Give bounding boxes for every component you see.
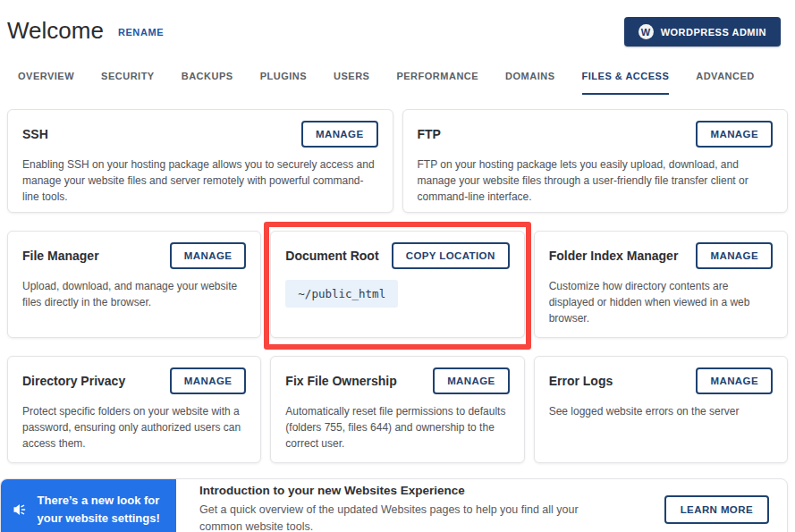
card-description-folder-index-manager: Customize how directory contents are dis… <box>549 278 773 326</box>
card-title-ssh: SSH <box>22 127 48 141</box>
copy-location-button[interactable]: COPY LOCATION <box>392 242 510 269</box>
tab-files-and-access[interactable]: FILES & ACCESS <box>582 71 670 95</box>
card-error-logs: Error Logs MANAGE See logged website err… <box>534 356 788 463</box>
banner-callout: There’s a new look for your website sett… <box>1 479 176 532</box>
megaphone-icon <box>13 495 28 524</box>
page-title: Welcome <box>7 17 104 45</box>
banner-description: Get a quick overview of the updated Webs… <box>199 502 606 532</box>
card-ftp: FTP MANAGE FTP on your hosting package l… <box>402 109 789 213</box>
manage-ftp-button[interactable]: MANAGE <box>696 121 773 148</box>
manage-fix-file-ownership-button[interactable]: MANAGE <box>433 367 510 394</box>
banner-title: Introduction to your new Websites Experi… <box>199 484 606 497</box>
promo-banner: There’s a new look for your website sett… <box>0 478 788 532</box>
card-title-ftp: FTP <box>418 127 441 141</box>
card-description-ftp: FTP on your hosting package lets you eas… <box>418 156 774 205</box>
card-folder-index-manager: Folder Index Manager MANAGE Customize ho… <box>534 231 788 338</box>
tab-backups[interactable]: BACKUPS <box>182 71 233 95</box>
manage-file-manager-button[interactable]: MANAGE <box>170 242 247 269</box>
card-description-directory-privacy: Protect specific folders on your website… <box>22 403 246 452</box>
card-description-fix-file-ownership: Automatically reset file permissions to … <box>285 403 509 452</box>
manage-folder-index-button[interactable]: MANAGE <box>696 242 773 269</box>
card-title-document-root: Document Root <box>285 249 378 263</box>
tab-overview[interactable]: OVERVIEW <box>18 71 74 95</box>
page-header: Welcome RENAME W WORDPRESS ADMIN <box>0 0 795 46</box>
wordpress-logo-icon: W <box>639 24 654 39</box>
card-description-ssh: Enabling SSH on your hosting package all… <box>22 156 378 205</box>
manage-error-logs-button[interactable]: MANAGE <box>696 367 773 394</box>
card-description-error-logs: See logged website errors on the server <box>549 403 773 419</box>
banner-callout-text: There’s a new look for your website sett… <box>38 492 165 527</box>
card-ssh: SSH MANAGE Enabling SSH on your hosting … <box>7 109 393 213</box>
tools-grid: SSH MANAGE Enabling SSH on your hosting … <box>7 109 788 463</box>
tab-domains[interactable]: DOMAINS <box>505 71 554 95</box>
tab-users[interactable]: USERS <box>334 71 369 95</box>
learn-more-button[interactable]: LEARN MORE <box>664 495 769 524</box>
card-directory-privacy: Directory Privacy MANAGE Protect specifi… <box>7 356 261 463</box>
wordpress-admin-label: WORDPRESS ADMIN <box>661 27 766 38</box>
card-fix-file-ownership: Fix File Ownership MANAGE Automatically … <box>270 356 524 463</box>
card-title-error-logs: Error Logs <box>549 374 613 388</box>
tab-plugins[interactable]: PLUGINS <box>260 71 307 95</box>
manage-ssh-button[interactable]: MANAGE <box>301 121 378 148</box>
document-root-path: ~/public_html <box>285 280 398 308</box>
hosting-settings-page: Welcome RENAME W WORDPRESS ADMIN OVERVIE… <box>0 0 795 532</box>
tab-advanced[interactable]: ADVANCED <box>696 71 755 95</box>
card-document-root: Document Root COPY LOCATION ~/public_htm… <box>270 231 524 338</box>
tab-security[interactable]: SECURITY <box>101 71 155 95</box>
card-description-file-manager: Upload, download, and manage your websit… <box>22 278 246 310</box>
section-tabs: OVERVIEW SECURITY BACKUPS PLUGINS USERS … <box>18 71 795 95</box>
card-title-fix-file-ownership: Fix File Ownership <box>285 374 396 388</box>
card-title-directory-privacy: Directory Privacy <box>22 374 125 388</box>
card-file-manager: File Manager MANAGE Upload, download, an… <box>7 231 261 338</box>
card-title-file-manager: File Manager <box>22 249 99 263</box>
rename-link[interactable]: RENAME <box>118 27 164 38</box>
wordpress-admin-button[interactable]: W WORDPRESS ADMIN <box>624 17 781 46</box>
banner-content: Introduction to your new Websites Experi… <box>176 479 787 532</box>
tab-performance[interactable]: PERFORMANCE <box>396 71 478 95</box>
card-title-folder-index-manager: Folder Index Manager <box>549 249 679 263</box>
manage-directory-privacy-button[interactable]: MANAGE <box>170 367 247 394</box>
